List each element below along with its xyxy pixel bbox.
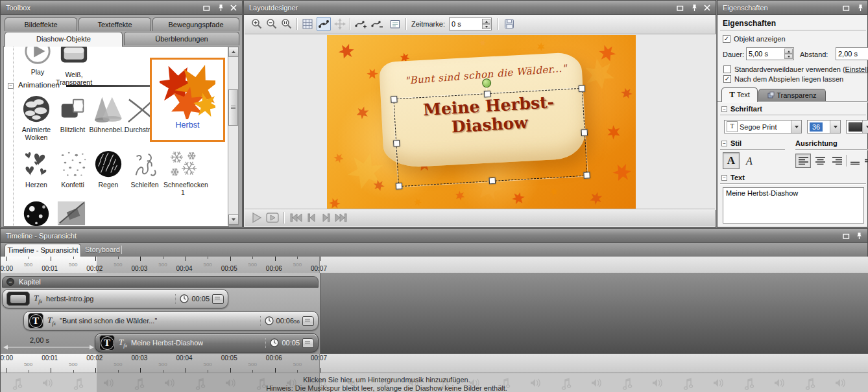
scroll-down-icon[interactable] (228, 214, 239, 225)
selection-handle-nw[interactable] (391, 96, 398, 103)
collapse-text-icon[interactable]: − (721, 175, 727, 181)
kapitel-header[interactable]: − Kapitel (2, 276, 319, 288)
skip-to-start-icon[interactable] (289, 211, 303, 225)
previous-icon[interactable] (304, 211, 319, 225)
minimize-icon[interactable] (841, 3, 850, 12)
timeline-ruler-top[interactable]: 00:0050000:0150000:0250000:0350000:04500… (1, 257, 868, 273)
music-track[interactable]: Klicken Sie hier, um Hintergrundmusik hi… (1, 373, 868, 392)
italic-button[interactable]: A (742, 154, 756, 169)
collapse-stil-icon[interactable]: − (721, 141, 727, 146)
abstand-input[interactable] (836, 47, 868, 60)
objekt-anzeigen-checkbox[interactable]: ✓ (723, 35, 730, 43)
timeline-ruler-bottom[interactable]: 00:0050000:0150000:0250000:0350000:04500… (1, 354, 868, 373)
zeitmarke-input[interactable] (449, 17, 492, 30)
zoom-out-icon[interactable] (265, 17, 279, 31)
pin-icon[interactable] (690, 3, 699, 12)
tab-diashow-objekte[interactable]: Diashow-Objekte (5, 32, 123, 47)
zoom-original-icon[interactable] (280, 17, 294, 31)
toolbox-item-weiss-transparent[interactable]: Weiß, Transparent (57, 46, 91, 70)
toolbox-item-buehnenbeleuchtung[interactable]: Bühnenbel... (91, 94, 125, 125)
manual-advance-icon[interactable] (302, 316, 314, 326)
empty-track-area[interactable] (320, 273, 868, 354)
toolbox-item-schleifen[interactable]: Schleifen (128, 149, 162, 180)
align-center-icon[interactable] (812, 154, 828, 168)
toolbox-item-regen[interactable]: Regen (91, 149, 125, 180)
tab-text[interactable]: T Text (721, 87, 758, 102)
toolbox-item-play[interactable]: Play (21, 46, 54, 67)
dauer-input[interactable] (746, 47, 794, 60)
font-color-select[interactable] (846, 120, 868, 133)
collapse-schriftart-icon[interactable]: − (721, 106, 727, 112)
selection-handle-n[interactable] (484, 91, 491, 98)
tab-texteffekte[interactable]: Texteffekte (78, 17, 151, 31)
scroll-thumb[interactable] (228, 89, 238, 126)
tab-timeline-spuransicht[interactable]: Timeline - Spuransicht (5, 244, 81, 257)
collapse-animationen-icon[interactable]: − (8, 83, 14, 89)
toolbox-item-image-collage[interactable] (54, 198, 88, 227)
collapse-kapitel-icon[interactable]: − (6, 278, 14, 286)
save-icon[interactable] (502, 17, 516, 31)
selection-box[interactable] (393, 88, 587, 187)
selection-handle-w[interactable] (393, 140, 400, 147)
next-icon[interactable] (319, 211, 333, 225)
toolbox-scrollbar[interactable] (228, 46, 239, 225)
scroll-up-icon[interactable] (228, 47, 239, 57)
weiss-transparent-icon (59, 46, 89, 69)
minimize-icon[interactable] (675, 3, 684, 12)
manual-advance-icon[interactable] (302, 338, 314, 348)
liegen-lassen-checkbox[interactable]: ✓ (723, 75, 731, 83)
track-item-title-text[interactable]: T Tfx Meine Herbst-Diashow 00:05 (95, 333, 319, 352)
designer-canvas[interactable]: "Bunt sind schon die Wälder..." Meine He… (245, 34, 716, 210)
selection-handle-se[interactable] (583, 172, 590, 179)
track-item-herbst-intro[interactable]: Tfx herbst-intro.jpg 00:05 (2, 289, 228, 308)
toolbox-item-herzen[interactable]: Herzen (19, 149, 53, 180)
tab-bildeffekte[interactable]: Bildeffekte (5, 17, 77, 31)
toolbox-item-konfetti[interactable]: Konfetti (56, 149, 90, 180)
toolbox-item-dark-sphere[interactable] (19, 198, 53, 227)
selection-handle-sw[interactable] (396, 183, 403, 190)
align-left-icon[interactable] (795, 154, 811, 168)
text-field-icon[interactable] (388, 17, 402, 31)
font-size-select[interactable]: 36 (807, 120, 841, 133)
font-family-select[interactable]: T Segoe Print (724, 120, 802, 133)
text-content-textarea[interactable]: Meine Herbst-Diashow (723, 187, 864, 224)
pin-icon[interactable] (856, 3, 865, 12)
tab-ueberblendungen[interactable]: Überblendungen (124, 32, 239, 45)
valign-center-icon[interactable] (863, 154, 868, 168)
selection-handle-ne[interactable] (579, 85, 586, 92)
track-item-quote-text[interactable]: T Tfx "Bunt sind schon die Wälder..." 00… (23, 311, 319, 330)
selection-handle-s[interactable] (489, 178, 496, 185)
tab-bewegungspfade[interactable]: Bewegungspfade (152, 17, 239, 31)
einstellungen-link[interactable]: Einstellu (845, 65, 868, 73)
toolbox-item-animierte-wolken[interactable]: Animierte Wolken (19, 94, 53, 125)
close-icon[interactable] (703, 3, 712, 12)
manual-advance-icon[interactable] (212, 294, 224, 304)
zoom-in-icon[interactable] (250, 17, 264, 31)
toolbox-item-herbst[interactable]: Herbst (150, 58, 225, 142)
pin-icon[interactable] (216, 3, 225, 12)
align-right-icon[interactable] (829, 154, 845, 168)
bold-button[interactable]: A (723, 152, 740, 169)
slide-preview[interactable]: "Bunt sind schon die Wälder..." Meine He… (327, 35, 636, 209)
zeitmarke-spinner[interactable] (482, 19, 490, 29)
add-path-point-icon[interactable] (354, 17, 368, 31)
toolbox-item-schneeflocken-1[interactable]: Schneeflocken 1 (166, 149, 200, 180)
skip-to-end-icon[interactable] (334, 211, 348, 225)
pin-icon[interactable] (854, 231, 863, 240)
dauer-spinner[interactable] (784, 49, 793, 59)
play-fullscreen-icon[interactable] (265, 211, 280, 225)
tab-transparenz[interactable]: Transparenz (758, 89, 826, 102)
selection-handle-e[interactable] (581, 129, 588, 136)
minimize-icon[interactable] (202, 3, 211, 12)
standardverweildauer-checkbox[interactable] (723, 65, 731, 73)
grid-icon[interactable] (300, 17, 315, 31)
minimize-icon[interactable] (841, 231, 850, 240)
valign-bottom-icon[interactable] (849, 154, 862, 168)
show-path-icon[interactable] (317, 17, 331, 31)
close-icon[interactable] (229, 3, 238, 12)
tab-storyboard[interactable]: Storyboard (85, 246, 120, 253)
play-icon[interactable] (250, 211, 264, 225)
move-path-icon[interactable] (333, 17, 347, 31)
toolbox-item-blitzlicht[interactable]: Blitzlicht (56, 94, 90, 125)
remove-path-point-icon[interactable] (370, 17, 384, 31)
